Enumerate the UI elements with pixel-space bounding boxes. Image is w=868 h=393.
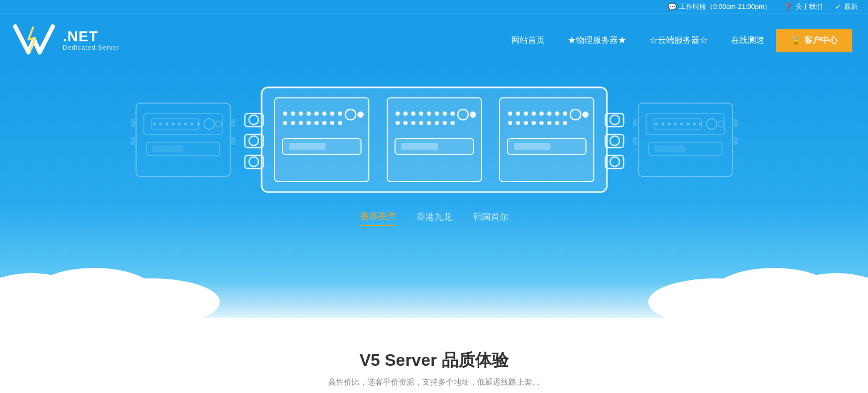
svg-point-101	[674, 122, 677, 126]
svg-point-43	[299, 121, 303, 125]
svg-point-37	[314, 111, 319, 116]
svg-point-78	[532, 111, 536, 116]
svg-point-99	[661, 122, 664, 126]
svg-point-66	[427, 121, 431, 125]
center-rack	[230, 82, 638, 197]
right-rack	[628, 87, 743, 192]
svg-rect-52	[289, 143, 325, 150]
clouds-decoration	[0, 213, 868, 318]
svg-point-67	[435, 121, 439, 125]
about-item[interactable]: ❓ 关于我们	[784, 2, 822, 12]
logo-text-area: .NET Dedicated Server	[63, 29, 120, 51]
svg-rect-16	[131, 137, 135, 145]
check-icon: ✓	[835, 3, 841, 11]
svg-point-44	[307, 121, 311, 125]
svg-point-92	[582, 111, 589, 118]
svg-point-48	[338, 121, 342, 125]
svg-point-33	[283, 111, 287, 116]
server-rack-container	[0, 82, 868, 197]
quality-subtitle: 高性价比，选客平价资源，支持多个地址，低延迟线路上架…	[10, 377, 858, 387]
svg-rect-73	[401, 143, 438, 150]
latest-label: 最新	[844, 2, 858, 12]
location-tabs: 香港荃湾 香港九龙 韩国首尔	[360, 208, 509, 226]
svg-point-103	[686, 122, 690, 126]
svg-point-57	[419, 111, 423, 116]
tab-hongkong-kowloon[interactable]: 香港九龙	[416, 208, 452, 226]
svg-point-40	[338, 111, 342, 116]
nav-client-center[interactable]: 🔒 客户中心	[776, 29, 852, 52]
svg-rect-112	[734, 119, 738, 127]
svg-point-31	[610, 157, 619, 166]
svg-point-24	[249, 136, 258, 145]
svg-point-117	[84, 278, 220, 318]
svg-point-3	[153, 122, 156, 126]
header: .NET Dedicated Server 网站首页 ★物理服务器★ ☆云端服务…	[0, 14, 868, 66]
svg-point-29	[610, 115, 619, 125]
svg-rect-94	[514, 143, 550, 150]
svg-point-79	[539, 111, 544, 116]
worktime-label: 工作时段（9:00am-21:00pm）	[679, 2, 771, 12]
svg-point-75	[508, 111, 512, 116]
svg-point-120	[784, 273, 868, 318]
svg-point-38	[322, 111, 326, 116]
svg-point-90	[563, 121, 567, 125]
svg-point-76	[516, 111, 520, 116]
quality-title: V5 Server 品质体验	[10, 349, 858, 372]
svg-rect-15	[131, 119, 135, 127]
svg-point-65	[419, 121, 423, 125]
svg-point-7	[178, 122, 181, 126]
svg-point-6	[172, 122, 175, 126]
about-icon: ❓	[784, 3, 793, 11]
logo-graphic	[10, 21, 58, 60]
svg-point-55	[403, 111, 408, 116]
svg-point-34	[291, 111, 295, 116]
svg-point-46	[322, 121, 326, 125]
top-bar: 💬 工作时段（9:00am-21:00pm） ❓ 关于我们 ✓ 最新	[0, 0, 868, 14]
svg-point-82	[563, 111, 567, 116]
svg-point-36	[307, 111, 311, 116]
svg-rect-14	[152, 145, 183, 152]
svg-point-56	[411, 111, 415, 116]
quality-section: V5 Server 品质体验 高性价比，选客平价资源，支持多个地址，低延迟线路上…	[0, 318, 868, 393]
svg-point-119	[711, 268, 837, 318]
client-center-label: 客户中心	[804, 35, 838, 46]
svg-point-98	[655, 122, 658, 126]
svg-point-58	[427, 111, 431, 116]
svg-point-30	[610, 136, 619, 145]
svg-point-61	[450, 111, 455, 116]
svg-point-88	[547, 121, 551, 125]
hero-section: 香港荃湾 香港九龙 韩国首尔	[0, 66, 868, 318]
chat-icon: 💬	[668, 3, 677, 11]
svg-point-60	[443, 111, 447, 116]
worktime-item[interactable]: 💬 工作时段（9:00am-21:00pm）	[668, 2, 771, 12]
svg-point-42	[291, 121, 295, 125]
svg-point-64	[411, 121, 415, 125]
nav-home[interactable]: 网站首页	[500, 30, 556, 51]
svg-rect-95	[638, 103, 732, 176]
nav-speedtest[interactable]: 在线测速	[719, 30, 776, 51]
svg-point-80	[547, 111, 551, 116]
svg-point-87	[539, 121, 544, 125]
svg-point-47	[330, 121, 334, 125]
svg-point-12	[216, 121, 222, 127]
tab-korea-seoul[interactable]: 韩国首尔	[473, 208, 509, 226]
svg-point-89	[555, 121, 559, 125]
logo-area[interactable]: .NET Dedicated Server	[10, 21, 126, 60]
nav-cloud[interactable]: ☆云端服务器☆	[638, 30, 719, 51]
svg-point-23	[249, 115, 258, 125]
lock-icon: 🔒	[791, 36, 801, 46]
svg-point-83	[508, 121, 512, 125]
svg-point-81	[555, 111, 559, 116]
svg-point-104	[693, 122, 696, 126]
svg-point-54	[396, 111, 400, 116]
nav-physical[interactable]: ★物理服务器★	[556, 30, 638, 51]
latest-item[interactable]: ✓ 最新	[835, 2, 858, 12]
svg-point-4	[159, 122, 162, 126]
svg-point-5	[165, 122, 168, 126]
svg-point-71	[470, 111, 476, 118]
main-nav: 网站首页 ★物理服务器★ ☆云端服务器☆ 在线测速 🔒 客户中心	[126, 29, 852, 52]
svg-point-102	[680, 122, 683, 126]
svg-point-84	[516, 121, 520, 125]
svg-point-25	[249, 157, 258, 166]
tab-hongkong-tsuen[interactable]: 香港荃湾	[360, 208, 396, 226]
